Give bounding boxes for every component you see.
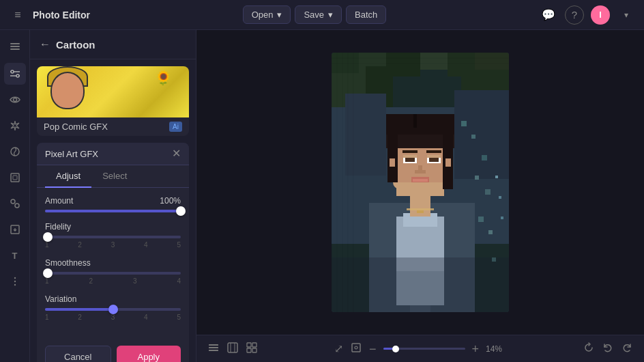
svg-rect-62 xyxy=(413,114,417,128)
layers-bottom-icon[interactable] xyxy=(207,342,220,357)
svg-rect-12 xyxy=(13,176,17,180)
amount-label-row: Amount 100% xyxy=(45,196,181,206)
amount-label: Amount xyxy=(45,196,73,206)
tab-select[interactable]: Select xyxy=(91,165,138,188)
svg-rect-0 xyxy=(10,46,20,47)
svg-rect-77 xyxy=(332,257,509,312)
layers-tool[interactable] xyxy=(4,37,26,59)
zoom-minus-icon[interactable]: − xyxy=(369,343,377,355)
open-save-group: Open ▾ Save ▾ Batch xyxy=(243,5,387,24)
hamburger-icon[interactable]: ≡ xyxy=(8,5,27,25)
svg-rect-44 xyxy=(501,217,503,219)
side-panel: ← Cartoon 🌻 Pop Comic GFX Ai xyxy=(30,30,196,362)
avatar[interactable]: I xyxy=(591,5,610,25)
ai-badge: Ai xyxy=(169,122,182,132)
export-tool[interactable] xyxy=(4,219,26,240)
svg-rect-74 xyxy=(413,179,428,182)
adjust-bottom-icon[interactable] xyxy=(226,342,239,357)
save-chevron-icon: ▾ xyxy=(328,10,333,20)
svg-rect-33 xyxy=(471,135,475,139)
panel-header: ← Cartoon xyxy=(30,30,196,59)
grid-bottom-icon[interactable] xyxy=(246,342,258,357)
pixel-art-title: Pixel Art GFX xyxy=(45,149,98,159)
svg-rect-92 xyxy=(247,343,251,347)
svg-rect-1 xyxy=(10,48,20,50)
help-icon[interactable]: ? xyxy=(565,5,584,25)
undo-icon[interactable] xyxy=(602,342,614,357)
pixel-art-header: Pixel Art GFX ✕ xyxy=(37,143,189,165)
zoom-plus-icon[interactable]: + xyxy=(472,343,480,355)
svg-rect-69 xyxy=(402,150,418,153)
pop-comic-card[interactable]: 🌻 Pop Comic GFX Ai xyxy=(37,66,189,136)
fidelity-track[interactable] xyxy=(45,236,181,238)
svg-rect-75 xyxy=(390,158,395,167)
tab-bar: Adjust Select xyxy=(37,165,189,188)
account-chevron-icon[interactable]: ▾ xyxy=(617,5,636,25)
svg-point-13 xyxy=(11,199,15,204)
open-chevron-icon: ▾ xyxy=(277,10,282,20)
bottom-right xyxy=(583,342,633,357)
save-button[interactable]: Save ▾ xyxy=(295,5,342,24)
variation-slider-row: Variation 1 2 3 4 5 xyxy=(45,294,181,321)
close-icon[interactable]: ✕ xyxy=(172,148,181,159)
zoom-slider[interactable] xyxy=(383,348,465,350)
text-tool[interactable]: T xyxy=(4,245,26,266)
variation-track[interactable] xyxy=(45,308,181,311)
svg-rect-89 xyxy=(228,343,237,352)
main-area: T ← Cartoon 🌻 Po xyxy=(0,30,644,362)
canvas-area: ⤢ − + 14% xyxy=(196,30,644,362)
fit-icon[interactable]: ⤢ xyxy=(334,342,343,355)
svg-rect-94 xyxy=(247,348,251,352)
svg-point-16 xyxy=(14,277,15,279)
svg-rect-32 xyxy=(461,121,467,126)
fidelity-ticks: 1 2 3 4 5 xyxy=(45,241,181,249)
icon-bar: T xyxy=(0,30,30,362)
reset-icon[interactable] xyxy=(583,342,595,357)
fidelity-slider-row: Fidelity 1 2 3 4 5 xyxy=(45,222,181,249)
variation-label: Variation xyxy=(45,294,76,304)
variation-ticks: 1 2 3 4 5 xyxy=(45,314,181,321)
amount-slider-row: Amount 100% xyxy=(45,196,181,212)
svg-rect-42 xyxy=(495,176,498,178)
topbar: ≡ Photo Editor Open ▾ Save ▾ Batch 💬 ? I… xyxy=(0,0,644,30)
effects-tool[interactable] xyxy=(4,141,26,163)
svg-rect-51 xyxy=(410,196,430,217)
amount-track[interactable] xyxy=(45,210,181,212)
comment-icon[interactable]: 💬 xyxy=(539,5,558,25)
comic-face xyxy=(50,72,85,109)
open-button[interactable]: Open ▾ xyxy=(243,5,291,24)
back-arrow-icon[interactable]: ← xyxy=(40,38,50,51)
svg-rect-67 xyxy=(403,155,417,158)
svg-point-18 xyxy=(14,284,15,286)
smoothness-label: Smoothness xyxy=(45,258,91,268)
svg-point-14 xyxy=(15,204,19,208)
crop-icon[interactable] xyxy=(350,342,362,357)
objects-tool[interactable] xyxy=(4,193,26,214)
action-buttons: Cancel Apply xyxy=(37,339,189,362)
smoothness-track[interactable] xyxy=(45,272,181,275)
svg-rect-39 xyxy=(488,230,493,234)
cancel-button[interactable]: Cancel xyxy=(45,346,111,362)
sliders-section: Amount 100% Fidelity xyxy=(37,188,189,339)
batch-button[interactable]: Batch xyxy=(346,5,386,24)
svg-rect-34 xyxy=(482,155,487,161)
svg-rect-52 xyxy=(407,208,434,210)
topbar-left: ≡ Photo Editor xyxy=(8,5,90,25)
svg-rect-96 xyxy=(352,344,360,352)
svg-rect-61 xyxy=(386,114,454,135)
fidelity-label: Fidelity xyxy=(45,222,71,232)
panel-title: Cartoon xyxy=(56,39,96,51)
apply-button[interactable]: Apply xyxy=(117,346,181,362)
svg-rect-53 xyxy=(417,210,424,213)
adjustments-tool[interactable] xyxy=(4,63,26,85)
tab-adjust[interactable]: Adjust xyxy=(45,165,91,188)
magic-tool[interactable] xyxy=(4,115,26,137)
svg-point-3 xyxy=(11,70,14,73)
more-tool[interactable] xyxy=(4,270,26,292)
svg-point-9 xyxy=(13,98,16,102)
redo-icon[interactable] xyxy=(621,342,633,357)
eye-tool[interactable] xyxy=(4,89,26,111)
portrait-svg xyxy=(332,53,509,312)
canvas-viewport xyxy=(196,30,644,335)
frames-tool[interactable] xyxy=(4,167,26,189)
